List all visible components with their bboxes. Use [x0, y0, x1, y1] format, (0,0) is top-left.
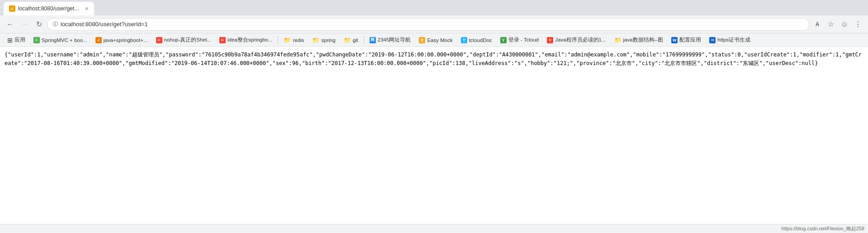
bookmark-easy-mock[interactable]: E Easy Mock — [415, 36, 456, 45]
address-text: localhost:8080/user/get?userId=1 — [61, 21, 803, 28]
apps-label: 应用 — [14, 37, 25, 43]
apps-button[interactable]: ⊞ 应用 — [4, 35, 29, 45]
easy-mock-icon: E — [419, 37, 425, 43]
bookmark-java-spring-label: java+springboot+... — [104, 37, 148, 43]
idea-icon: C — [219, 37, 226, 43]
bookmark-springmvc-label: SpringMVC + boo... — [42, 37, 87, 43]
bookmark-https-cert[interactable]: H https证书生成 — [706, 35, 754, 45]
status-url: https://blog.csdn.net/Flexion_晚起258 — [782, 225, 864, 232]
bookmark-redis[interactable]: 📁 redis — [280, 35, 308, 45]
bookmark-nohup[interactable]: C nohup-真正的Shel... — [152, 35, 215, 45]
tcloud-login-icon: Y — [500, 37, 507, 43]
tab-title: localhost:8080/user/get?userId=1 — [18, 5, 82, 12]
bookmark-git-label: git — [353, 37, 358, 43]
bookmark-spring-label: spring — [321, 37, 335, 43]
lock-icon: ⓘ — [53, 21, 58, 28]
tab-close-button[interactable]: × — [85, 5, 89, 12]
git-folder-icon: 📁 — [344, 37, 351, 43]
bookmark-https-cert-label: https证书生成 — [717, 37, 750, 43]
bookmark-2345-label: 2345网址导航 — [378, 37, 411, 43]
active-tab[interactable]: C localhost:8080/user/get?userId=1 × — [4, 2, 94, 15]
bookmark-tcloud-login[interactable]: Y 登录 - Tcloud — [497, 35, 542, 45]
bookmark-tcloud-doc-label: tcloudDoc — [469, 37, 492, 43]
config-app-icon: W — [671, 37, 678, 43]
bookmark-java-spring[interactable]: J java+springboot+... — [92, 36, 152, 45]
bookmark-java-data-label: java数据结构--图 — [623, 37, 664, 43]
divider-1 — [278, 36, 278, 44]
status-bar: https://blog.csdn.net/Flexion_晚起258 — [0, 224, 868, 233]
divider-2 — [364, 36, 364, 44]
nohup-icon: C — [156, 37, 162, 43]
nav-right-icons: A ☆ ☺ ⋮ — [811, 18, 864, 31]
back-button[interactable]: ← — [4, 18, 16, 31]
tab-bar: C localhost:8080/user/get?userId=1 × — [0, 0, 868, 15]
reload-button[interactable]: ↻ — [33, 18, 45, 31]
account-button[interactable]: ☺ — [838, 18, 851, 31]
bookmark-button[interactable]: ☆ — [825, 18, 837, 31]
forward-button[interactable]: → — [18, 18, 31, 31]
bookmarks-bar: ⊞ 应用 C SpringMVC + boo... J java+springb… — [0, 33, 868, 47]
tab-favicon: C — [9, 5, 15, 12]
bookmark-2345[interactable]: 网 2345网址导航 — [366, 35, 415, 45]
java-data-folder-icon: 📁 — [614, 37, 621, 43]
apps-grid-icon: ⊞ — [7, 37, 13, 44]
bookmark-easy-mock-label: Easy Mock — [427, 37, 452, 43]
redis-folder-icon: 📁 — [284, 37, 291, 43]
bookmark-redis-label: redis — [293, 37, 304, 43]
bookmark-nohup-label: nohup-真正的Shel... — [164, 37, 211, 43]
bookmark-idea[interactable]: C idea整合springbo... — [216, 35, 276, 45]
bookmark-config-app-label: 配置应用 — [679, 37, 701, 43]
json-response: {"userId":1,"username":"admin","name":"超… — [5, 51, 863, 68]
bookmark-tcloud-login-label: 登录 - Tcloud — [508, 37, 539, 43]
springmvc-icon: C — [33, 37, 40, 43]
bookmark-git[interactable]: 📁 git — [340, 35, 362, 45]
https-cert-icon: H — [709, 37, 716, 43]
spring-folder-icon: 📁 — [312, 37, 319, 43]
bookmark-idea-label: idea整合springbo... — [228, 37, 272, 43]
bookmark-springmvc[interactable]: C SpringMVC + boo... — [30, 36, 91, 45]
bookmark-java-data[interactable]: 📁 java数据结构--图 — [611, 35, 667, 45]
page-content: {"userId":1,"username":"admin","name":"超… — [0, 47, 868, 224]
java-must-icon: C — [547, 37, 553, 43]
menu-button[interactable]: ⋮ — [852, 18, 864, 31]
bookmark-tcloud-doc[interactable]: T tcloudDoc — [457, 36, 496, 45]
browser-window: C localhost:8080/user/get?userId=1 × ← →… — [0, 0, 868, 233]
bookmark-config-app[interactable]: W 配置应用 — [668, 35, 705, 45]
bookmark-java-must[interactable]: C Java程序员必读的1... — [543, 35, 609, 45]
bookmark-java-must-label: Java程序员必读的1... — [555, 37, 606, 43]
2345-icon: 网 — [370, 37, 376, 43]
bookmark-spring[interactable]: 📁 spring — [308, 35, 339, 45]
navigation-bar: ← → ↻ ⓘ localhost:8080/user/get?userId=1… — [0, 15, 868, 33]
java-spring-icon: J — [95, 37, 102, 43]
address-bar[interactable]: ⓘ localhost:8080/user/get?userId=1 — [47, 18, 809, 31]
tcloud-doc-icon: T — [461, 37, 467, 43]
translate-button[interactable]: A — [811, 18, 824, 31]
